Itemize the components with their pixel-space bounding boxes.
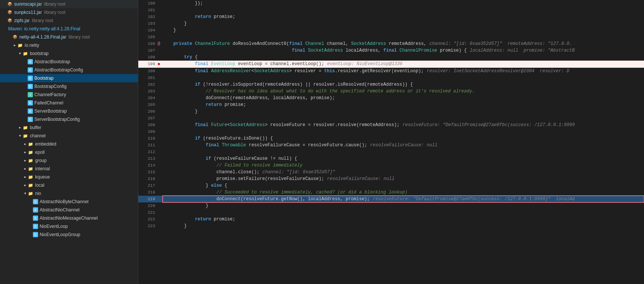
sidebar-item-AbstractBootstrapConfig[interactable]: CAbstractBootstrapConfig	[0, 66, 138, 74]
line-number: 215	[138, 169, 155, 175]
folder-icon: 📁	[22, 133, 28, 139]
tree-item-label: local	[35, 181, 44, 189]
line-content: }	[163, 223, 644, 229]
line-content	[163, 34, 644, 40]
line-content: if (!resolver.isSupported(remoteAddress)…	[163, 81, 644, 88]
class-icon: C	[28, 76, 33, 81]
code-line-216: 216 promise.setFailure(resolveFailureCau…	[138, 175, 644, 182]
line-content: final Throwable resolveFailureCause = re…	[163, 142, 644, 149]
line-content	[163, 7, 644, 13]
line-content	[163, 149, 644, 155]
line-number: 190	[138, 0, 155, 7]
sidebar-item-Bootstrap[interactable]: CBootstrap	[0, 74, 138, 82]
line-number: 201	[138, 74, 155, 81]
sidebar-item-AbstractNioMessageChannel[interactable]: CAbstractNioMessageChannel	[0, 214, 138, 222]
line-gutter	[155, 135, 163, 142]
line-number: 216	[138, 175, 155, 182]
line-content: final Future<SocketAddress> resolveFutur…	[163, 122, 644, 128]
sidebar-item-ServerBootstrapConfig[interactable]: CServerBootstrapConfig	[0, 115, 138, 123]
tree-item-label: ServerBootstrap	[34, 107, 67, 115]
tree-arrow-kqueue: ▸	[22, 173, 28, 181]
line-gutter	[155, 149, 163, 155]
line-number: 214	[138, 162, 155, 169]
sidebar-item-zipfs[interactable]: 📦zipfs.jarlibrary root	[0, 16, 138, 25]
sidebar-item-local[interactable]: ▸📁local	[0, 181, 138, 189]
code-line-202: 202 if (!resolver.isSupported(remoteAddr…	[138, 81, 644, 88]
line-number: 203	[138, 88, 155, 95]
tree-item-label: AbstractNioChannel	[40, 206, 80, 214]
sidebar-item-sunmscapi[interactable]: 📦sunmscapi.jarlibrary root	[0, 0, 138, 8]
sidebar-item-ServerBootstrap[interactable]: CServerBootstrap	[0, 107, 138, 115]
line-gutter	[155, 20, 163, 27]
sidebar-item-kqueue[interactable]: ▸📁kqueue	[0, 173, 138, 181]
sidebar-item-FailedChannel[interactable]: CFailedChannel	[0, 99, 138, 107]
line-content: // Resolver has no idea about what to do…	[163, 88, 644, 95]
class-icon: C	[28, 100, 33, 106]
sidebar-item-maven[interactable]: Maven: io.netty:netty-all:4.1.28.Final	[0, 25, 138, 33]
tree-item-label: sunmscapi.jar	[14, 0, 42, 8]
code-scroll-area[interactable]: 190 });191192 return promise;193 }194 }1…	[138, 0, 644, 284]
line-number: 194	[138, 27, 155, 34]
tree-item-label: FailedChannel	[34, 99, 63, 107]
sidebar-item-NioEventLoop[interactable]: CNioEventLoop	[0, 222, 138, 230]
tree-arrow-internal: ▸	[22, 165, 28, 172]
sidebar-item-buffer[interactable]: ▸📁buffer	[0, 123, 138, 132]
sidebar-item-BootstrapConfig[interactable]: CBootstrapConfig	[0, 82, 138, 91]
sidebar-item-epoll[interactable]: ▸📁epoll	[0, 148, 138, 156]
code-line-211: 211 final Throwable resolveFailureCause …	[138, 142, 644, 149]
sidebar-item-channel[interactable]: ▾📁channel	[0, 132, 138, 140]
sidebar-item-ChannelFactory[interactable]: IChannelFactory	[0, 91, 138, 99]
line-gutter	[155, 27, 163, 34]
line-number: 195	[138, 34, 155, 40]
line-number: 218	[138, 189, 155, 196]
tree-arrow-nio: ▾	[22, 190, 28, 197]
code-editor: 190 });191192 return promise;193 }194 }1…	[138, 0, 644, 284]
tree-item-label: BootstrapConfig	[34, 83, 67, 90]
line-gutter	[155, 68, 163, 74]
line-content: doConnect(resolveFuture.getNow(), localA…	[163, 196, 644, 202]
sidebar-item-internal[interactable]: ▸📁internal	[0, 165, 138, 173]
line-gutter	[155, 95, 163, 101]
line-number: 219	[138, 196, 155, 202]
folder-icon: 📁	[28, 190, 34, 196]
sidebar-item-bootstrap[interactable]: ▾📁bootstrap	[0, 49, 138, 58]
line-content	[163, 74, 644, 81]
line-gutter	[155, 209, 163, 216]
line-number: 192	[138, 13, 155, 20]
tree-item-label: NioEventLoopGroup	[40, 231, 80, 238]
line-gutter	[155, 81, 163, 88]
sidebar-item-NioEventLoopGroup[interactable]: CNioEventLoopGroup	[0, 230, 138, 239]
sidebar-item-nio[interactable]: ▾📁nio	[0, 189, 138, 198]
line-content: return promise;	[163, 101, 644, 108]
sidebar-item-netty-jar[interactable]: 📦netty-all-4.1.28.Final.jarlibrary root	[0, 33, 138, 41]
code-line-214: 214 // Failed to resolve immediately	[138, 162, 644, 169]
tree-item-label: bootstrap	[30, 50, 49, 57]
sidebar-item-AbstractBootstrap[interactable]: CAbstractBootstrap	[0, 58, 138, 66]
tree-item-label: Bootstrap	[34, 74, 53, 82]
code-line-194: 194 }	[138, 27, 644, 34]
code-line-212: 212	[138, 149, 644, 155]
line-number: 217	[138, 182, 155, 189]
line-content: }	[163, 108, 644, 115]
line-gutter	[155, 101, 163, 108]
sidebar-item-io-netty[interactable]: ▸📁io.netty	[0, 41, 138, 49]
sidebar-item-embedded[interactable]: ▸📁embedded	[0, 140, 138, 148]
class-icon: C	[33, 207, 38, 213]
line-content	[163, 209, 644, 216]
folder-icon: 📁	[28, 141, 34, 147]
line-number: 200	[138, 68, 155, 74]
line-content: final SocketAddress localAddress, final …	[163, 47, 644, 54]
sidebar-item-AbstractNioChannel[interactable]: CAbstractNioChannel	[0, 206, 138, 214]
line-content: }	[163, 20, 644, 27]
line-content: doConnect(remoteAddress, localAddress, p…	[163, 95, 644, 101]
line-gutter: @	[155, 40, 163, 47]
class-icon: C	[28, 117, 33, 122]
file-tree[interactable]: 📦sunmscapi.jarlibrary root📦sunpkcs11.jar…	[0, 0, 138, 284]
code-line-204: 204 doConnect(remoteAddress, localAddres…	[138, 95, 644, 101]
sidebar-item-AbstractNioByteChannel[interactable]: CAbstractNioByteChannel	[0, 198, 138, 206]
sidebar-item-group[interactable]: ▸📁group	[0, 156, 138, 165]
tree-item-label: internal	[35, 165, 50, 172]
line-content: try {	[163, 54, 644, 61]
class-icon: C	[33, 232, 38, 237]
sidebar-item-sunpkcs11[interactable]: 📦sunpkcs11.jarlibrary root	[0, 8, 138, 16]
